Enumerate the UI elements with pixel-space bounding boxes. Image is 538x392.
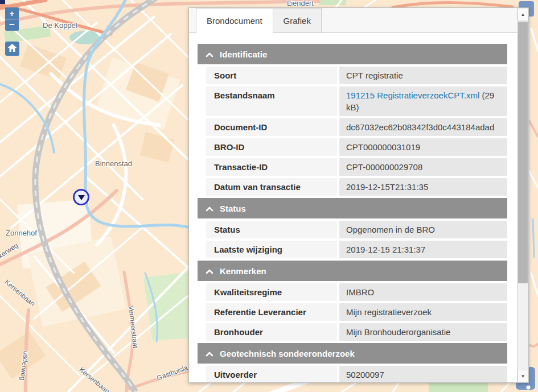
field-value: 2019-12-15 21:31:37 [339,241,507,258]
table-row: Transactie-ID CPT-000000029708 [206,158,507,176]
field-value: CPT000000031019 [339,138,507,156]
table-row: Bronhouder Mijn Bronhouderorganisatie [206,323,507,341]
field-label: Referentie Leverancier [206,303,337,321]
field-label: BRO-ID [206,138,337,156]
field-label: Datum van transactie [206,178,337,196]
table-row: BRO-ID CPT000000031019 [206,138,507,156]
field-value: Opgenomen in de BRO [339,221,507,238]
chevron-up-icon [206,266,213,276]
map-label-de-koppel: De Koppel [43,21,77,30]
field-label: Bestandsnaam [206,86,337,116]
map-label-liendert: Liendert [287,0,314,7]
scrollbar-thumb[interactable] [518,22,528,283]
field-value: CPT-000000029708 [339,158,507,176]
panel-scrollbar[interactable]: ▲ ▼ [517,8,528,382]
map-marker[interactable] [73,189,89,205]
panel-content: Identificatie Soort CPT registratie Best… [189,33,517,382]
section-header-identificatie[interactable]: Identificatie [198,44,507,64]
app-window: Liendert De Koppel Binnenstad Zonnehof k… [0,0,538,392]
map-label-binnenstad: Binnenstad [95,159,132,168]
zoom-out-button[interactable]: − [5,19,19,31]
section-title: Kenmerken [220,266,266,276]
field-label: Kwaliteitsregime [206,283,337,301]
home-icon [7,43,17,54]
section-title: Identificatie [220,49,267,59]
table-row: Laatste wijziging 2019-12-15 21:31:37 [206,241,507,258]
field-value: CPT registratie [339,67,507,84]
chevron-up-icon [206,204,213,213]
home-button[interactable] [5,42,19,56]
table-row: Kwaliteitsregime IMBRO [206,283,507,301]
chevron-up-icon [206,349,213,358]
field-label: Document-ID [206,118,337,136]
field-value: Mijn registratieverzoek [339,303,507,321]
tab-grafiek[interactable]: Grafiek [273,8,322,32]
field-label: Status [206,221,337,238]
table-row: Status Opgenomen in de BRO [206,221,507,238]
field-label: Uitvoerder [206,366,337,382]
file-download-link[interactable]: 191215 RegistratieverzoekCPT.xml [346,90,479,100]
map-label-zonnehof: Zonnehof [6,229,37,237]
scroll-down-button[interactable]: ▼ [518,370,528,382]
field-label: Laatste wijziging [206,241,337,258]
zoom-in-button[interactable]: + [5,7,19,19]
chevron-up-icon [206,49,213,59]
field-label: Transactie-ID [206,158,337,176]
field-value: IMBRO [339,283,507,301]
table-row: Uitvoerder 50200097 [206,366,507,382]
triangle-down-icon [78,195,85,200]
field-value: 191215 RegistratieverzoekCPT.xml (29 kB) [339,86,507,116]
field-value: 2019-12-15T21:31:35 [339,178,507,196]
tab-bar: Brondocument Grafiek [189,8,517,33]
section-title: Geotechnisch sondeeronderzoek [220,349,355,358]
section-header-geotechnisch-sondeeronderzoek[interactable]: Geotechnisch sondeeronderzoek [198,343,507,364]
table-row: Bestandsnaam 191215 RegistratieverzoekCP… [206,86,507,116]
scroll-up-button[interactable]: ▲ [518,8,528,20]
field-value: 50200097 [339,366,507,382]
detail-panel: Brondocument Grafiek Identificatie Soort… [188,7,529,383]
section-title: Status [220,204,246,213]
field-value: Mijn Bronhouderorganisatie [339,323,507,341]
section-header-status[interactable]: Status [198,198,507,218]
table-row: Referentie Leverancier Mijn registratiev… [206,303,507,321]
tab-brondocument[interactable]: Brondocument [196,8,273,33]
field-value: dc67032ec62b08342f3d0c443184adad [339,118,507,136]
field-label: Bronhouder [206,323,337,341]
table-row: Document-ID dc67032ec62b08342f3d0c443184… [206,118,507,136]
field-label: Soort [206,67,337,84]
section-header-kenmerken[interactable]: Kenmerken [198,261,507,281]
table-row: Soort CPT registratie [206,67,507,84]
table-row: Datum van transactie 2019-12-15T21:31:35 [206,178,507,196]
